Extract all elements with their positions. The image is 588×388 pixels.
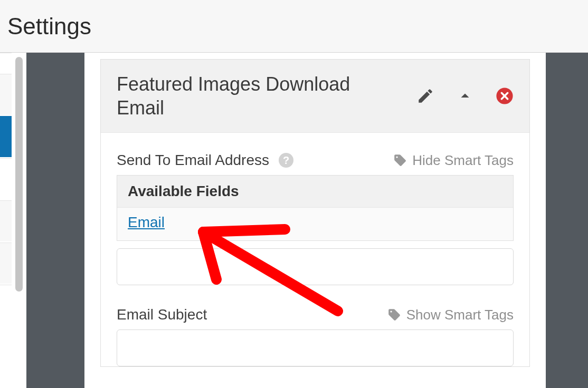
send-to-row: Send To Email Address ? Hide Smart Tags <box>117 152 514 169</box>
tag-icon <box>387 308 401 322</box>
send-to-input[interactable] <box>117 248 514 285</box>
scrollbar-track[interactable] <box>12 53 26 388</box>
notification-panel: Featured Images Download Email Send To E… <box>100 59 530 367</box>
tab-stub-active[interactable] <box>0 116 12 157</box>
subject-label: Email Subject <box>117 306 207 323</box>
tab-stub[interactable] <box>0 285 12 326</box>
help-icon[interactable]: ? <box>279 153 293 168</box>
page-header: Settings <box>0 0 588 53</box>
collapse-icon[interactable] <box>456 86 475 105</box>
panel-title: Featured Images Download Email <box>117 72 391 120</box>
smart-tag-email[interactable]: Email <box>128 214 165 230</box>
panel-actions <box>416 86 514 105</box>
main-area: Featured Images Download Email Send To E… <box>0 53 588 388</box>
panel-header: Featured Images Download Email <box>101 60 529 133</box>
tab-stub[interactable] <box>0 158 12 199</box>
modal-backdrop-right <box>546 53 588 388</box>
tab-stub[interactable] <box>0 200 12 241</box>
page-title: Settings <box>7 13 91 40</box>
scrollbar-thumb[interactable] <box>15 57 23 292</box>
settings-tabs-sliver <box>0 53 12 388</box>
modal-backdrop-left <box>26 53 84 388</box>
tag-icon <box>393 153 407 167</box>
send-to-label: Send To Email Address <box>117 152 269 169</box>
show-smart-tags-link[interactable]: Show Smart Tags <box>387 307 514 323</box>
hide-smart-tags-label: Hide Smart Tags <box>412 152 514 169</box>
available-fields-heading: Available Fields <box>117 176 513 208</box>
delete-icon[interactable] <box>496 87 514 105</box>
panel-body: Send To Email Address ? Hide Smart Tags … <box>101 133 529 366</box>
edit-icon[interactable] <box>416 87 434 105</box>
tab-stub[interactable] <box>0 74 12 115</box>
available-fields-box: Available Fields Email <box>117 175 514 241</box>
tab-stub[interactable] <box>0 242 12 284</box>
available-fields-list: Email <box>117 208 513 240</box>
show-smart-tags-label: Show Smart Tags <box>406 307 514 323</box>
hide-smart-tags-link[interactable]: Hide Smart Tags <box>393 152 514 169</box>
subject-input[interactable] <box>117 329 514 366</box>
subject-row: Email Subject Show Smart Tags <box>117 306 514 323</box>
notification-panel-container: Featured Images Download Email Send To E… <box>84 53 546 388</box>
